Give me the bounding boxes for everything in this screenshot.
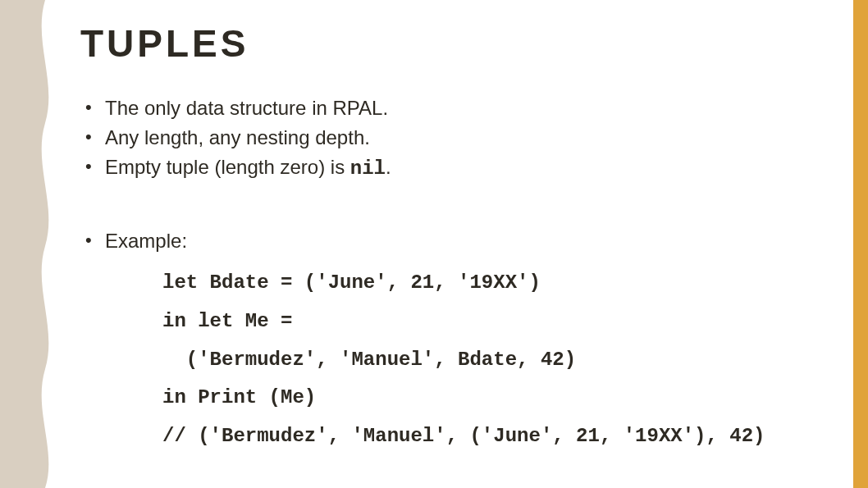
bullet-item: Empty tuple (length zero) is nil. <box>80 153 835 184</box>
code-line: in Print (Me) <box>162 386 316 408</box>
code-line: let Bdate = ('June', 21, '19XX') <box>162 271 541 294</box>
slide-title: TUPLES <box>80 21 835 66</box>
bullet-list: The only data structure in RPAL. Any len… <box>80 93 835 184</box>
bullet-item: Example: <box>80 226 835 256</box>
spacer <box>80 184 835 226</box>
left-wave-decoration <box>0 0 64 488</box>
code-line: ('Bermudez', 'Manuel', Bdate, 42) <box>162 349 576 371</box>
bullet-text: Empty tuple (length zero) is <box>105 156 350 178</box>
bullet-item: The only data structure in RPAL. <box>80 93 835 123</box>
inline-code: nil <box>350 157 386 180</box>
code-line: in let Me = <box>162 310 292 332</box>
bullet-text: . <box>386 156 391 178</box>
code-example: let Bdate = ('June', 21, '19XX') in let … <box>162 264 835 456</box>
right-accent-bar <box>853 0 868 488</box>
bullet-list: Example: <box>80 226 835 256</box>
bullet-item: Any length, any nesting depth. <box>80 123 835 153</box>
slide-content: TUPLES The only data structure in RPAL. … <box>80 21 835 456</box>
code-line: // ('Bermudez', 'Manuel', ('June', 21, '… <box>162 425 765 447</box>
